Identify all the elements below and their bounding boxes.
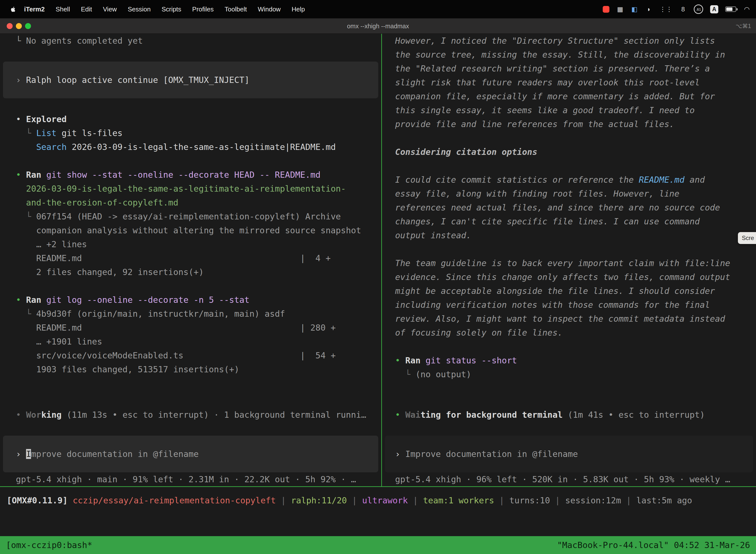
terminal-line: the source tree, missing the essay. Stil… xyxy=(382,48,756,62)
prompt-input[interactable]: › Improve documentation in @filename xyxy=(385,436,753,472)
title-bar[interactable]: omx --xhigh --madmax ⌥⌘1 xyxy=(0,18,756,34)
terminal-line: companion file, especially if more comme… xyxy=(382,89,756,103)
omx-status-lines: [OMX#0.11.9] cczip/essay/ai-reimplementa… xyxy=(0,493,756,507)
omx-status-line: [OMX#0.11.9] cczip/essay/ai-reimplementa… xyxy=(0,493,756,507)
ralph-loop-banner[interactable]: › Ralph loop active continue [OMX_TMUX_I… xyxy=(3,62,378,98)
pane-spacer xyxy=(0,376,381,408)
prompt-input[interactable]: › Improve documentation in @filename xyxy=(3,436,378,472)
tmux-status-bar: [omx-cczip0:bash* "MacBook-Pro-44.local"… xyxy=(0,536,756,554)
terminal-line: essay file, along with finding root file… xyxy=(382,187,756,201)
menu-bar: iTerm2 ShellEditViewSessionScriptsProfil… xyxy=(0,0,756,18)
media-status-icon[interactable]: ◗ xyxy=(645,5,652,13)
menu-item-toolbelt[interactable]: Toolbelt xyxy=(219,5,252,13)
blank-line xyxy=(382,422,756,436)
terminal-line: └ 4b9d30f (origin/main, instructkr/main,… xyxy=(0,307,381,321)
omx-status-bar: [OMX#0.11.9] cczip/essay/ai-reimplementa… xyxy=(0,487,756,536)
terminal-line: README.md | 4 + xyxy=(0,251,381,265)
left-pane-footer: • Working (11m 13s • esc to interrupt) ·… xyxy=(0,408,381,486)
menu-item-profiles[interactable]: Profiles xyxy=(187,5,219,13)
terminal-line: … +1901 lines xyxy=(0,335,381,348)
screen-recording-indicator-icon[interactable] xyxy=(603,6,610,13)
terminal-line: src/voice/voiceModeEnabled.ts | 54 + xyxy=(0,348,381,363)
color-meter-icon[interactable]: ◧ xyxy=(631,5,638,13)
left-pane-scrollback: └ No agents completed yet › Ralph loop a… xyxy=(0,34,381,376)
terminal-line: 2026-03-09-is-legal-the-same-as-legitima… xyxy=(0,182,381,196)
thinking-header: Considering citation options xyxy=(382,145,756,159)
blank-line xyxy=(0,98,381,112)
blank-line xyxy=(382,242,756,256)
terminal-line: review. Also, I might want to inspect th… xyxy=(382,312,756,326)
screen: iTerm2 ShellEditViewSessionScriptsProfil… xyxy=(0,0,756,554)
working-status: • Working (11m 13s • esc to interrupt) ·… xyxy=(0,408,381,422)
keyboard-layout-icon[interactable]: 8 xyxy=(679,5,687,13)
battery-gauge-icon[interactable]: .61 xyxy=(694,4,703,14)
terminal-line: slight risk that future readers may over… xyxy=(382,75,756,89)
tmux-panes: └ No agents completed yet › Ralph loop a… xyxy=(0,34,756,486)
menu-item-help[interactable]: Help xyxy=(286,5,310,13)
right-terminal-pane[interactable]: However, I noticed the "Directory Struct… xyxy=(382,34,756,486)
terminal-line: and-the-erosion-of-copyleft.md xyxy=(0,196,381,210)
menu-item-shell[interactable]: Shell xyxy=(50,5,75,13)
tmux-session-window: [omx-cczip0:bash* xyxy=(6,540,92,550)
text-cursor: I xyxy=(26,449,31,459)
blank-line xyxy=(382,340,756,353)
blank-line xyxy=(382,131,756,145)
terminal-line: • Explored xyxy=(0,112,381,126)
menu-status-icons: ▦◧◗⋮⋮8.61A◠ xyxy=(603,4,756,14)
terminal-line: └ List git ls-files xyxy=(0,126,381,140)
battery-icon[interactable] xyxy=(725,6,736,12)
right-pane-footer: • Waiting for background terminal (1m 41… xyxy=(382,408,756,486)
right-pane-scrollback: However, I noticed the "Directory Struct… xyxy=(382,34,756,381)
waiting-status: • Waiting for background terminal (1m 41… xyxy=(382,408,756,422)
terminal-line: I could cite commit statistics or refere… xyxy=(382,173,756,187)
screen-sharing-tab[interactable]: Scre xyxy=(738,232,756,244)
terminal-line: references need actual files, and since … xyxy=(382,201,756,214)
terminal-line: The team guideline is to back every impo… xyxy=(382,256,756,270)
terminal-line: • Ran git status --short xyxy=(382,353,756,367)
terminal-line: • Ran git log --oneline --decorate -n 5 … xyxy=(0,293,381,307)
menu-bar-left: iTerm2 ShellEditViewSessionScriptsProfil… xyxy=(0,0,310,18)
terminal-line: 1903 files changed, 513517 insertions(+) xyxy=(0,363,381,376)
session-stats: gpt-5.4 xhigh · 96% left · 520K in · 5.8… xyxy=(382,472,756,486)
blank-line xyxy=(0,154,381,168)
terminal-line: companion analysis without altering the … xyxy=(0,223,381,237)
menu-items: ShellEditViewSessionScriptsProfilesToolb… xyxy=(50,0,310,18)
terminal-line: However, I noticed the "Directory Struct… xyxy=(382,34,756,48)
blank-line xyxy=(382,159,756,173)
terminal-line: … +2 lines xyxy=(0,237,381,251)
menu-item-scripts[interactable]: Scripts xyxy=(156,5,187,13)
terminal-line: this single essay, it seems like a good … xyxy=(382,103,756,117)
menu-item-view[interactable]: View xyxy=(98,5,122,13)
menu-item-window[interactable]: Window xyxy=(252,5,286,13)
apps-grid-icon[interactable]: ⋮⋮ xyxy=(659,5,673,13)
tmux-host-clock: "MacBook-Pro-44.local" 04:52 31-Mar-26 xyxy=(557,540,750,550)
window-grid-icon[interactable]: ▦ xyxy=(616,5,624,13)
terminal-line: └ 067f154 (HEAD -> essay/ai-reimplementa… xyxy=(0,210,381,223)
window-title: omx --xhigh --madmax xyxy=(0,18,756,34)
menu-item-edit[interactable]: Edit xyxy=(75,5,98,13)
terminal-line: • Ran git show --stat --oneline --decora… xyxy=(0,168,381,182)
apple-menu-icon[interactable] xyxy=(10,6,17,13)
session-stats: gpt-5.4 xhigh · main · 91% left · 2.31M … xyxy=(0,472,381,486)
input-source-icon[interactable]: A xyxy=(710,5,718,13)
menu-app-name[interactable]: iTerm2 xyxy=(19,5,50,13)
blank-line xyxy=(0,48,381,62)
wifi-icon[interactable]: ◠ xyxy=(743,5,751,13)
terminal-line: Search 2026-03-09-is-legal-the-same-as-l… xyxy=(0,140,381,154)
pane-spacer xyxy=(382,381,756,408)
blank-line xyxy=(0,422,381,436)
terminal-area: └ No agents completed yet › Ralph loop a… xyxy=(0,34,756,554)
terminal-line: including verification notes with those … xyxy=(382,298,756,312)
blank-line xyxy=(0,279,381,293)
terminal-line: └ (no output) xyxy=(382,367,756,381)
terminal-line: changes, I can't cite specific file line… xyxy=(382,214,756,228)
menu-item-session[interactable]: Session xyxy=(122,5,156,13)
terminal-line: the "Related research writing" section i… xyxy=(382,62,756,75)
terminal-line: README.md | 280 + xyxy=(0,321,381,335)
terminal-line: └ No agents completed yet xyxy=(0,34,381,48)
terminal-line: 2 files changed, 92 insertions(+) xyxy=(0,265,381,279)
terminal-line: output instead. xyxy=(382,228,756,242)
window-shortcut-hint: ⌥⌘1 xyxy=(736,18,751,34)
terminal-line: of focusing solely on file lines. xyxy=(382,326,756,340)
left-terminal-pane[interactable]: └ No agents completed yet › Ralph loop a… xyxy=(0,34,381,486)
